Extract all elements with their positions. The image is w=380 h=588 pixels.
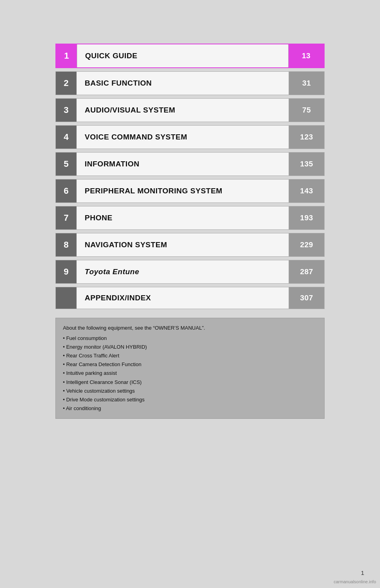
page-number: 1 (361, 569, 364, 576)
chapter-title-3: AUDIO/VISUAL SYSTEM (76, 99, 289, 122)
toc-row-1[interactable]: 1QUICK GUIDE13 (55, 44, 325, 68)
toc-row-2[interactable]: 2BASIC FUNCTION31 (55, 71, 325, 95)
info-item-4: • Rear Camera Detection Function (63, 360, 317, 369)
toc-container: 1QUICK GUIDE132BASIC FUNCTION313AUDIO/VI… (55, 44, 325, 312)
chapter-num-1: 1 (56, 44, 77, 67)
chapter-num-10 (56, 287, 76, 309)
toc-row-5[interactable]: 5INFORMATION135 (55, 152, 325, 176)
chapter-page-5: 135 (289, 153, 324, 176)
chapter-num-2: 2 (56, 72, 76, 95)
info-item-6: • Intelligent Clearance Sonar (ICS) (63, 378, 317, 387)
chapter-page-9: 287 (289, 260, 324, 283)
toc-row-3[interactable]: 3AUDIO/VISUAL SYSTEM75 (55, 98, 325, 122)
chapter-title-2: BASIC FUNCTION (76, 72, 289, 95)
chapter-page-4: 123 (289, 126, 324, 149)
chapter-title-7: PHONE (76, 206, 289, 229)
info-box: About the following equipment, see the “… (55, 318, 325, 419)
chapter-num-3: 3 (56, 99, 76, 122)
chapter-title-8: NAVIGATION SYSTEM (76, 233, 289, 256)
chapter-page-1: 13 (288, 44, 324, 67)
page-container: 1QUICK GUIDE132BASIC FUNCTION313AUDIO/VI… (0, 0, 380, 588)
info-item-8: • Drive Mode customization settings (63, 395, 317, 404)
chapter-page-6: 143 (289, 179, 324, 202)
chapter-page-3: 75 (289, 99, 324, 122)
chapter-page-2: 31 (289, 72, 324, 95)
chapter-title-4: VOICE COMMAND SYSTEM (76, 126, 289, 149)
chapter-title-6: PERIPHERAL MONITORING SYSTEM (76, 179, 289, 202)
info-item-5: • Intuitive parking assist (63, 369, 317, 378)
chapter-title-9: Toyota Entune (76, 260, 289, 283)
chapter-num-8: 8 (56, 233, 76, 256)
watermark: carmanualsonline.info (334, 579, 376, 584)
chapter-num-9: 9 (56, 260, 76, 283)
info-item-7: • Vehicle customization settings (63, 387, 317, 395)
chapter-num-7: 7 (56, 206, 76, 229)
info-item-9: • Air conditioning (63, 404, 317, 413)
chapter-title-1: QUICK GUIDE (77, 44, 288, 67)
chapter-num-6: 6 (56, 179, 76, 202)
info-item-2: • Energy monitor (AVALON HYBRID) (63, 343, 317, 351)
chapter-title-5: INFORMATION (76, 153, 289, 176)
chapter-page-8: 229 (289, 233, 324, 256)
toc-row-7[interactable]: 7PHONE193 (55, 206, 325, 230)
chapter-num-5: 5 (56, 153, 76, 176)
toc-row-8[interactable]: 8NAVIGATION SYSTEM229 (55, 233, 325, 257)
toc-row-10[interactable]: APPENDIX/INDEX307 (55, 287, 325, 309)
chapter-num-4: 4 (56, 126, 76, 149)
info-intro: About the following equipment, see the “… (63, 324, 317, 332)
toc-row-9[interactable]: 9Toyota Entune287 (55, 260, 325, 284)
toc-row-4[interactable]: 4VOICE COMMAND SYSTEM123 (55, 125, 325, 149)
info-item-3: • Rear Cross Traffic Alert (63, 351, 317, 360)
chapter-page-7: 193 (289, 206, 324, 229)
toc-row-6[interactable]: 6PERIPHERAL MONITORING SYSTEM143 (55, 179, 325, 203)
chapter-page-10: 307 (289, 287, 324, 309)
info-item-1: • Fuel consumption (63, 334, 317, 343)
chapter-title-10: APPENDIX/INDEX (76, 287, 289, 309)
